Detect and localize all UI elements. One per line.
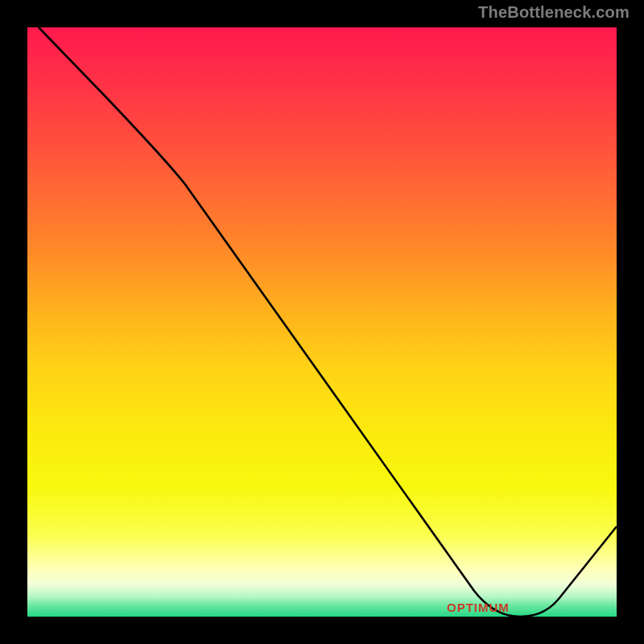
curve-path [39,27,617,617]
attribution-text: TheBottleneck.com [478,3,630,22]
bottleneck-curve [27,27,617,617]
chart-container: TheBottleneck.com OPTIMUM [0,0,644,644]
optimum-marker: OPTIMUM [447,601,510,614]
